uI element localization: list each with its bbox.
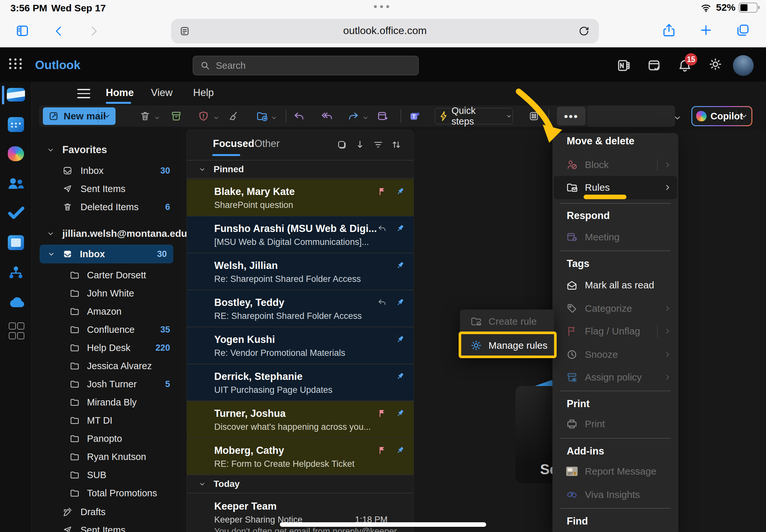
today-section-header[interactable]: Today — [187, 475, 414, 493]
email-list-item[interactable]: Welsh, Jillian Re: Sharepoint Shared Fol… — [187, 253, 414, 290]
move-to-button[interactable] — [256, 110, 268, 122]
report-chevron-icon[interactable] — [212, 114, 220, 122]
copilot-chevron-icon[interactable] — [740, 112, 748, 120]
email-list-item[interactable]: Derrick, Stephanie UIT Purchasing Page U… — [187, 364, 414, 401]
email-list-item[interactable]: Turner, Joshua Discover what's happening… — [187, 401, 414, 438]
submenu-item-create-rule[interactable]: Create rule — [460, 309, 554, 333]
favorite-inbox[interactable]: Inbox 30 — [32, 162, 182, 180]
subfolder[interactable]: Help Desk220 — [32, 339, 182, 357]
email-list-item[interactable]: Funsho Arashi (MSU Web & Digi... [MSU We… — [187, 216, 414, 253]
pin-icon[interactable] — [395, 224, 405, 233]
ribbon-collapse-chevron-icon[interactable] — [673, 113, 682, 123]
subfolder[interactable]: Carter Dorsett — [32, 266, 182, 284]
menu-item-block[interactable]: Block — [553, 154, 678, 176]
tab-focused[interactable]: Focused — [213, 138, 254, 150]
pinned-section-header[interactable]: Pinned — [187, 161, 414, 179]
rail-onedrive-icon[interactable] — [0, 292, 31, 313]
menu-item-assign-policy[interactable]: Assign policy — [553, 366, 678, 389]
pin-icon[interactable] — [395, 187, 405, 196]
filter-icon[interactable] — [372, 139, 384, 150]
pin-icon[interactable] — [395, 408, 405, 418]
subfolder[interactable]: Total Promotions — [32, 484, 182, 502]
delete-chevron-icon[interactable] — [153, 114, 161, 122]
subfolder[interactable]: Confluence35 — [32, 320, 182, 339]
new-tab-icon[interactable] — [699, 23, 713, 38]
subfolder[interactable]: MT DI — [32, 411, 182, 429]
subfolder[interactable]: Amazon — [32, 302, 182, 320]
archive-button[interactable] — [170, 110, 182, 122]
tab-help[interactable]: Help — [193, 87, 214, 99]
flag-icon[interactable] — [377, 187, 387, 196]
select-messages-icon[interactable] — [336, 139, 347, 150]
rail-more-apps-icon[interactable] — [0, 320, 31, 341]
folder-pane-toggle-icon[interactable] — [77, 89, 90, 101]
rail-mail-icon[interactable] — [0, 84, 31, 105]
email-list-item[interactable]: Bostley, Teddy RE: Sharepoint Shared Fol… — [187, 290, 414, 327]
account-header[interactable]: jillian.welsh@montana.edu — [32, 224, 182, 243]
delete-button[interactable] — [139, 110, 151, 122]
chevron-right-icon[interactable] — [663, 183, 672, 192]
teams-share-button[interactable]: T — [409, 110, 421, 122]
favorite-sent-items[interactable]: Sent Items — [32, 180, 182, 198]
flag-icon[interactable] — [377, 445, 387, 455]
email-list-item[interactable]: Blake, Mary Kate SharePoint question — [187, 179, 414, 216]
menu-item-categorize[interactable]: Categorize — [553, 297, 678, 320]
tab-other[interactable]: Other — [254, 138, 280, 150]
multitasking-dots-icon[interactable] — [374, 5, 389, 8]
pin-icon[interactable] — [395, 371, 405, 381]
pin-icon[interactable] — [395, 334, 405, 344]
pin-icon[interactable] — [395, 260, 405, 270]
subfolder[interactable]: Ryan Knutson — [32, 448, 182, 466]
report-button[interactable] — [197, 110, 210, 122]
subfolder[interactable]: John White — [32, 284, 182, 302]
menu-item-print[interactable]: Print — [553, 413, 678, 435]
subfolder[interactable]: SUB — [32, 466, 182, 484]
new-mail-button[interactable]: New mail — [43, 107, 115, 125]
settings-gear-icon[interactable] — [708, 56, 723, 72]
rail-calendar-icon[interactable] — [0, 114, 31, 135]
my-day-icon[interactable] — [647, 58, 662, 73]
tab-view[interactable]: View — [151, 87, 173, 99]
chevron-right-icon[interactable] — [663, 373, 672, 381]
favorite-deleted-items[interactable]: Deleted Items 6 — [32, 198, 182, 216]
copilot-button[interactable]: Copilot — [691, 106, 752, 126]
pin-icon[interactable] — [395, 445, 405, 455]
forward-button[interactable] — [87, 25, 100, 38]
quick-steps-button[interactable]: Quick steps — [435, 108, 513, 124]
menu-item-meeting[interactable]: Meeting — [553, 226, 678, 248]
rail-word-icon[interactable] — [0, 232, 31, 253]
account-avatar[interactable] — [733, 55, 754, 76]
folder-drafts[interactable]: Drafts — [32, 503, 182, 521]
move-down-icon[interactable] — [354, 139, 365, 150]
menu-item-viva-insights[interactable]: Viva Insights — [553, 483, 678, 506]
subfolder[interactable]: Panopto — [32, 429, 182, 448]
subfolder[interactable]: Jessica Alvarez — [32, 357, 182, 375]
chevron-right-icon[interactable] — [663, 327, 672, 335]
chevron-right-icon[interactable] — [663, 350, 672, 359]
folder-sent-items[interactable]: Sent Items — [32, 521, 182, 532]
sweep-button[interactable] — [228, 110, 240, 122]
subfolder[interactable]: Miranda Bly — [32, 393, 182, 411]
reply-all-button[interactable] — [321, 110, 333, 122]
share-to-calendar-button[interactable] — [376, 110, 389, 122]
subfolder[interactable]: Josh Turner5 — [32, 375, 182, 393]
app-launcher-icon[interactable] — [9, 58, 23, 69]
menu-item-snooze[interactable]: Snooze — [553, 343, 678, 366]
sort-icon[interactable] — [391, 139, 402, 150]
favorites-header[interactable]: Favorites — [32, 141, 182, 159]
chevron-right-icon[interactable] — [663, 304, 672, 313]
tabs-icon[interactable] — [736, 23, 750, 38]
email-list-item[interactable]: Moberg, Cathy RE: Form to Create Helpdes… — [187, 438, 414, 475]
sidebar-toggle-icon[interactable] — [15, 23, 30, 38]
menu-item-flag-unflag[interactable]: Flag / Unflag — [553, 320, 678, 343]
rail-people-icon[interactable] — [0, 173, 31, 194]
rail-todo-icon[interactable] — [0, 202, 31, 223]
home-indicator[interactable] — [280, 522, 486, 527]
flag-icon[interactable] — [377, 408, 387, 418]
rail-copilot-icon[interactable] — [0, 143, 31, 164]
tab-home[interactable]: Home — [106, 87, 134, 99]
menu-item-report-message[interactable]: Report Message — [553, 460, 678, 483]
back-button[interactable] — [53, 25, 66, 38]
forward-button-ribbon[interactable] — [347, 110, 359, 122]
email-list-item[interactable]: Yogen Kushi Re: Vendor Promotional Mater… — [187, 327, 414, 364]
